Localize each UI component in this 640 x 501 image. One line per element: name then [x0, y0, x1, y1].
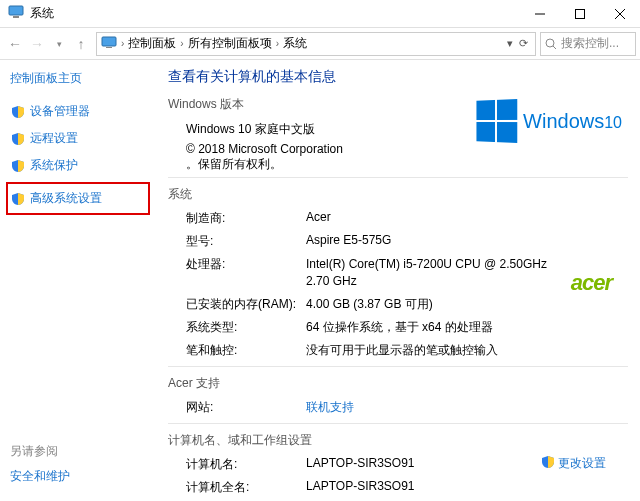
folder-icon — [101, 35, 117, 52]
svg-line-9 — [553, 46, 556, 49]
sidebar-item-advanced-settings[interactable]: 高级系统设置 — [10, 188, 146, 209]
sidebar-item-remote-settings[interactable]: 远程设置 — [10, 128, 146, 149]
logo-text-b: 10 — [604, 114, 622, 131]
chevron-right-icon: › — [180, 38, 183, 49]
chevron-right-icon: › — [121, 38, 124, 49]
pen-value: 没有可用于此显示器的笔或触控输入 — [306, 342, 628, 359]
website-label: 网站: — [186, 399, 306, 416]
pcname-label: 计算机名: — [186, 456, 306, 473]
change-settings-label: 更改设置 — [558, 455, 606, 472]
breadcrumb-box[interactable]: › 控制面板 › 所有控制面板项 › 系统 ▾ ⟳ — [96, 32, 536, 56]
sidebar-item-label: 设备管理器 — [30, 103, 90, 120]
sidebar-item-system-protection[interactable]: 系统保护 — [10, 155, 146, 176]
window-title: 系统 — [30, 5, 54, 22]
svg-point-8 — [546, 39, 554, 47]
crumb-system[interactable]: 系统 — [283, 35, 307, 52]
svg-rect-3 — [576, 9, 585, 18]
sidebar-item-label: 远程设置 — [30, 130, 78, 147]
sidebar: 控制面板主页 设备管理器 远程设置 系统保护 高级系统设置 另请参阅 安全和维护 — [0, 60, 156, 501]
back-button[interactable]: ← — [4, 33, 26, 55]
up-button[interactable]: ↑ — [70, 33, 92, 55]
support-link[interactable]: 联机支持 — [306, 400, 354, 414]
rights-text: 。保留所有权利。 — [186, 157, 282, 171]
shield-icon — [10, 131, 26, 147]
type-label: 系统类型: — [186, 319, 306, 336]
highlight-box: 高级系统设置 — [6, 182, 150, 215]
shield-icon — [10, 104, 26, 120]
oem-logo: acer — [571, 270, 612, 296]
model-value: Aspire E5-575G — [306, 233, 628, 250]
section-naming: 计算机名、域和工作组设置 — [168, 432, 628, 449]
pen-label: 笔和触控: — [186, 342, 306, 359]
see-also-label: 另请参阅 — [10, 443, 70, 460]
shield-icon — [10, 158, 26, 174]
search-placeholder: 搜索控制... — [561, 35, 619, 52]
type-value: 64 位操作系统，基于 x64 的处理器 — [306, 319, 628, 336]
search-input[interactable]: 搜索控制... — [540, 32, 636, 56]
sidebar-item-label: 高级系统设置 — [30, 190, 102, 207]
change-settings-link[interactable]: 更改设置 — [541, 455, 606, 472]
window-titlebar: 系统 — [0, 0, 640, 28]
recent-dropdown[interactable]: ▾ — [48, 33, 70, 55]
logo-text-a: Windows — [523, 110, 604, 132]
sidebar-item-device-manager[interactable]: 设备管理器 — [10, 101, 146, 122]
crumb-all-items[interactable]: 所有控制面板项 — [188, 35, 272, 52]
history-dropdown-icon[interactable]: ▾ — [507, 37, 513, 50]
svg-rect-7 — [106, 47, 112, 48]
manufacturer-label: 制造商: — [186, 210, 306, 227]
fullname-value: LAPTOP-SIR3SO91 — [306, 479, 628, 496]
fullname-label: 计算机全名: — [186, 479, 306, 496]
sidebar-item-label: 系统保护 — [30, 157, 78, 174]
maximize-button[interactable] — [560, 0, 600, 28]
control-panel-home-link[interactable]: 控制面板主页 — [10, 70, 146, 87]
ram-label: 已安装的内存(RAM): — [186, 296, 306, 313]
copyright-text: © 2018 Microsoft Corporation — [186, 142, 343, 156]
chevron-right-icon: › — [276, 38, 279, 49]
content-panel: 查看有关计算机的基本信息 Windows10 Windows 版本 Window… — [156, 60, 640, 501]
svg-rect-6 — [102, 37, 116, 46]
minimize-button[interactable] — [520, 0, 560, 28]
section-system: 系统 — [168, 186, 628, 203]
processor-value: Intel(R) Core(TM) i5-7200U CPU @ 2.50GHz… — [306, 256, 556, 290]
shield-icon — [10, 191, 26, 207]
manufacturer-value: Acer — [306, 210, 628, 227]
windows-flag-icon — [477, 99, 518, 143]
crumb-control-panel[interactable]: 控制面板 — [128, 35, 176, 52]
page-heading: 查看有关计算机的基本信息 — [168, 68, 628, 86]
svg-rect-1 — [13, 16, 19, 18]
windows-logo: Windows10 — [475, 100, 622, 142]
shield-icon — [541, 455, 555, 472]
system-icon — [8, 4, 24, 23]
refresh-icon[interactable]: ⟳ — [519, 37, 528, 50]
search-icon — [545, 38, 557, 50]
close-button[interactable] — [600, 0, 640, 28]
svg-rect-0 — [9, 6, 23, 15]
processor-label: 处理器: — [186, 256, 306, 290]
ram-value: 4.00 GB (3.87 GB 可用) — [306, 296, 628, 313]
section-support: Acer 支持 — [168, 375, 628, 392]
address-bar: ← → ▾ ↑ › 控制面板 › 所有控制面板项 › 系统 ▾ ⟳ 搜索控制..… — [0, 28, 640, 60]
forward-button[interactable]: → — [26, 33, 48, 55]
security-maintenance-link[interactable]: 安全和维护 — [10, 469, 70, 483]
model-label: 型号: — [186, 233, 306, 250]
